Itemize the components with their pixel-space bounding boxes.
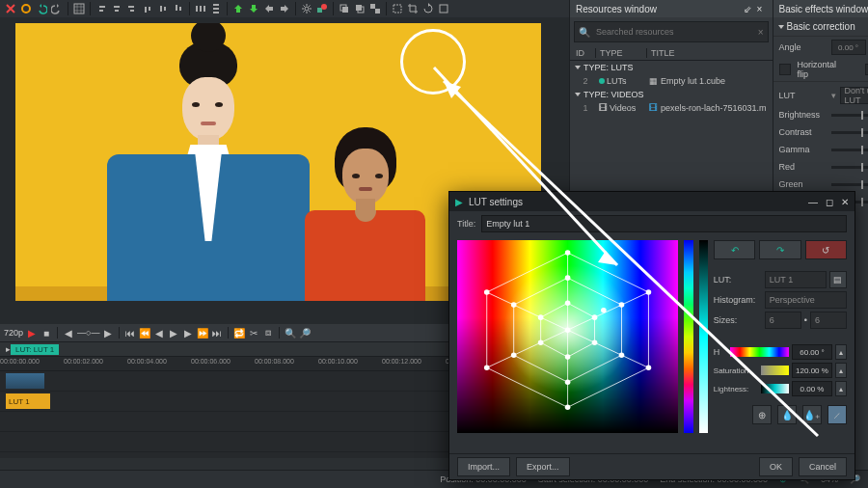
align-left-icon[interactable] bbox=[95, 2, 108, 15]
step-up[interactable]: ▴ bbox=[835, 363, 847, 378]
angle-value[interactable]: 0.00 ° bbox=[831, 40, 866, 55]
resolution-label[interactable]: 720p bbox=[4, 328, 23, 338]
title-input[interactable] bbox=[481, 215, 847, 232]
video-clip[interactable] bbox=[6, 373, 44, 389]
grid-icon[interactable] bbox=[72, 2, 86, 15]
crop-icon[interactable] bbox=[406, 2, 420, 15]
clip-label[interactable]: LUT: LUT 1 bbox=[11, 344, 59, 355]
svg-rect-18 bbox=[440, 5, 448, 13]
marker-icon[interactable]: ⧈ bbox=[262, 327, 274, 339]
slider-track[interactable] bbox=[831, 114, 868, 117]
group-videos[interactable]: TYPE: VIDEOS bbox=[570, 88, 773, 101]
maximize-icon[interactable]: ◻ bbox=[826, 197, 833, 207]
resources-search[interactable]: 🔍 × bbox=[574, 21, 769, 42]
frame-fwd-icon[interactable]: ▶ bbox=[182, 327, 194, 339]
pin-icon[interactable]: ⇙ bbox=[744, 4, 753, 14]
record-icon[interactable] bbox=[19, 2, 33, 15]
step-up[interactable]: ▴ bbox=[835, 381, 847, 396]
arrow-up-icon[interactable] bbox=[231, 2, 245, 15]
rotate-icon[interactable] bbox=[421, 2, 435, 15]
lut-select[interactable]: LUT 1 bbox=[765, 271, 827, 288]
lut-clip[interactable]: LUT 1 bbox=[6, 393, 50, 409]
sat-value[interactable]: 120.00 % bbox=[792, 363, 832, 378]
undo-icon[interactable] bbox=[35, 2, 48, 15]
align-vcenter-icon[interactable] bbox=[156, 2, 170, 15]
histogram-select[interactable]: Perspective bbox=[765, 291, 847, 309]
slider-track[interactable] bbox=[831, 166, 868, 169]
play2-icon[interactable]: ▶ bbox=[168, 327, 179, 339]
hue-slider[interactable] bbox=[730, 347, 789, 357]
play-icon[interactable]: ▶ bbox=[26, 327, 38, 339]
eyedropper-plus-tool[interactable]: 💧₊ bbox=[802, 405, 822, 424]
dialog-titlebar[interactable]: ▶LUT settings —◻✕ bbox=[449, 192, 854, 211]
group-luts[interactable]: TYPE: LUTS bbox=[570, 61, 773, 74]
goto-start-icon[interactable]: ⏮ bbox=[124, 327, 136, 339]
zoom-in-icon[interactable]: 🔍 bbox=[285, 327, 296, 339]
dist-v-icon[interactable] bbox=[209, 2, 223, 15]
align-right-icon[interactable] bbox=[125, 2, 139, 15]
ok-button[interactable]: OK bbox=[759, 457, 793, 476]
clear-icon[interactable]: × bbox=[758, 27, 764, 38]
gear-icon[interactable] bbox=[300, 2, 313, 15]
target-tool[interactable]: ⊕ bbox=[752, 405, 772, 424]
prev-icon[interactable]: ◀ bbox=[63, 327, 74, 339]
align-hcenter-icon[interactable] bbox=[110, 2, 123, 15]
close-icon[interactable]: ✕ bbox=[841, 197, 849, 207]
svg-line-33 bbox=[568, 342, 595, 357]
select-rect-icon[interactable] bbox=[391, 2, 404, 15]
loop-icon[interactable]: 🔁 bbox=[233, 327, 245, 339]
export-button[interactable]: Export... bbox=[516, 457, 570, 476]
step-up[interactable]: ▴ bbox=[835, 344, 847, 360]
eyedropper-tool[interactable]: 💧 bbox=[777, 405, 797, 424]
eyedropper-active-tool[interactable]: ⟋ bbox=[827, 405, 847, 424]
zoom-out-icon[interactable]: 🔎 bbox=[299, 327, 311, 339]
import-button[interactable]: Import... bbox=[457, 457, 510, 476]
reset-button[interactable]: ↺ bbox=[805, 240, 847, 259]
size-a[interactable]: 6 bbox=[765, 312, 801, 329]
layer-2-icon[interactable] bbox=[353, 2, 366, 15]
arrow-fwd-icon[interactable] bbox=[278, 2, 291, 15]
lig-value[interactable]: 0.00 % bbox=[792, 381, 832, 396]
lightness-bar[interactable] bbox=[699, 240, 708, 433]
dist-h-icon[interactable] bbox=[194, 2, 207, 15]
layer-1-icon[interactable] bbox=[338, 2, 351, 15]
stop-icon[interactable]: ■ bbox=[41, 327, 52, 339]
align-bottom-icon[interactable] bbox=[172, 2, 185, 15]
layer-3-icon[interactable] bbox=[368, 2, 382, 15]
resource-row-lut[interactable]: 2 LUTs ▦Empty lut 1.cube bbox=[570, 74, 773, 88]
lut-combo[interactable]: Don't use LUT bbox=[840, 87, 868, 104]
align-top-icon[interactable] bbox=[141, 2, 154, 15]
hue-value[interactable]: 60.00 ° bbox=[792, 344, 832, 360]
minimize-icon[interactable]: — bbox=[808, 197, 818, 207]
slider-track[interactable] bbox=[831, 183, 868, 186]
chevron-down-icon[interactable]: ▾ bbox=[831, 91, 836, 100]
hue-bar[interactable] bbox=[684, 240, 692, 433]
step-fwd-icon[interactable]: ⏩ bbox=[197, 327, 208, 339]
section-basic-correction[interactable]: Basic correction bbox=[773, 17, 868, 37]
redo-icon[interactable] bbox=[50, 2, 64, 15]
search-input[interactable] bbox=[594, 26, 754, 38]
cut-icon[interactable] bbox=[4, 2, 17, 15]
arrow-down-icon[interactable] bbox=[247, 2, 260, 15]
color-hexagon[interactable] bbox=[457, 240, 678, 433]
frame-back-icon[interactable]: ◀ bbox=[153, 327, 165, 339]
lightness-slider[interactable] bbox=[761, 384, 789, 393]
next-icon[interactable]: ▶ bbox=[102, 327, 114, 339]
resource-row-video[interactable]: 1 🎞Videos 🎞pexels-ron-lach-7516031.m bbox=[570, 101, 773, 115]
bounds-icon[interactable] bbox=[437, 2, 450, 15]
sat-slider[interactable] bbox=[761, 366, 789, 375]
goto-end-icon[interactable]: ⏭ bbox=[211, 327, 223, 339]
folder-icon[interactable]: ▤ bbox=[829, 271, 847, 288]
step-back-icon[interactable]: ⏪ bbox=[139, 327, 150, 339]
slider-track[interactable] bbox=[831, 131, 868, 134]
size-b[interactable]: 6 bbox=[810, 312, 847, 329]
cancel-button[interactable]: Cancel bbox=[799, 457, 847, 476]
arrow-back-icon[interactable] bbox=[262, 2, 276, 15]
slider-track[interactable] bbox=[831, 149, 868, 151]
shapes-icon[interactable] bbox=[315, 2, 329, 15]
cut-icon[interactable]: ✂ bbox=[248, 327, 259, 339]
redo-button[interactable]: ↷ bbox=[759, 240, 800, 259]
undo-button[interactable]: ↶ bbox=[714, 240, 755, 259]
close-icon[interactable]: × bbox=[757, 4, 767, 14]
hflip-checkbox[interactable] bbox=[779, 64, 791, 75]
